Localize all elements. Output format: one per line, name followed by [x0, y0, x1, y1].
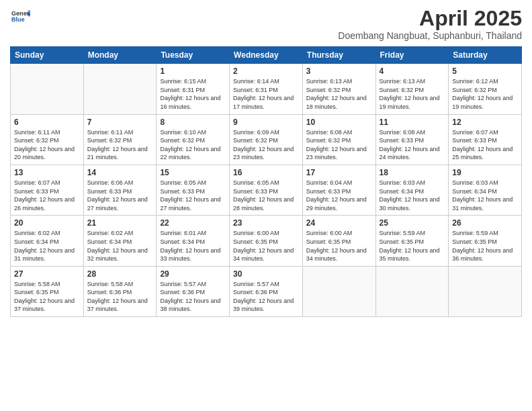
day-info: Sunrise: 6:02 AM Sunset: 6:34 PM Dayligh… — [87, 229, 153, 263]
calendar-cell-w5-d0: 27Sunrise: 5:58 AM Sunset: 6:35 PM Dayli… — [11, 266, 84, 316]
day-number: 15 — [160, 168, 226, 177]
day-info: Sunrise: 6:08 AM Sunset: 6:32 PM Dayligh… — [306, 128, 372, 162]
day-info: Sunrise: 6:15 AM Sunset: 6:31 PM Dayligh… — [160, 77, 226, 111]
calendar-cell-w2-d4: 10Sunrise: 6:08 AM Sunset: 6:32 PM Dayli… — [302, 114, 375, 165]
calendar-cell-w5-d1: 28Sunrise: 5:58 AM Sunset: 6:36 PM Dayli… — [83, 266, 157, 316]
day-number: 3 — [306, 66, 372, 76]
calendar-cell-w5-d4 — [302, 266, 375, 316]
day-number: 5 — [452, 66, 518, 76]
day-info: Sunrise: 6:05 AM Sunset: 6:33 PM Dayligh… — [233, 179, 299, 212]
day-info: Sunrise: 6:14 AM Sunset: 6:31 PM Dayligh… — [233, 77, 299, 111]
day-number: 18 — [380, 168, 445, 177]
day-info: Sunrise: 6:08 AM Sunset: 6:33 PM Dayligh… — [380, 128, 445, 162]
day-number: 11 — [380, 118, 445, 127]
week-row-3: 13Sunrise: 6:07 AM Sunset: 6:33 PM Dayli… — [11, 165, 522, 215]
day-number: 1 — [160, 66, 226, 76]
calendar-cell-w1-d0 — [11, 64, 84, 114]
day-number: 12 — [452, 118, 518, 127]
day-info: Sunrise: 6:02 AM Sunset: 6:34 PM Dayligh… — [14, 229, 80, 263]
calendar-cell-w4-d4: 24Sunrise: 6:00 AM Sunset: 6:35 PM Dayli… — [302, 216, 375, 266]
calendar-cell-w5-d2: 29Sunrise: 5:57 AM Sunset: 6:36 PM Dayli… — [157, 266, 230, 316]
header-saturday: Saturday — [449, 47, 522, 64]
calendar-cell-w5-d6 — [449, 266, 522, 316]
calendar-cell-w5-d5 — [375, 266, 449, 316]
day-info: Sunrise: 6:00 AM Sunset: 6:35 PM Dayligh… — [306, 229, 372, 263]
day-info: Sunrise: 5:59 AM Sunset: 6:35 PM Dayligh… — [380, 229, 445, 263]
title-block: April 2025 Doembang Nangbuat, Suphanburi… — [338, 7, 522, 41]
day-number: 22 — [160, 218, 226, 228]
week-row-4: 20Sunrise: 6:02 AM Sunset: 6:34 PM Dayli… — [11, 216, 522, 266]
day-info: Sunrise: 6:07 AM Sunset: 6:33 PM Dayligh… — [452, 128, 518, 162]
header-tuesday: Tuesday — [157, 47, 230, 64]
calendar-cell-w2-d2: 8Sunrise: 6:10 AM Sunset: 6:32 PM Daylig… — [157, 114, 230, 165]
day-info: Sunrise: 5:58 AM Sunset: 6:36 PM Dayligh… — [87, 280, 153, 314]
day-number: 4 — [380, 66, 445, 76]
day-info: Sunrise: 6:00 AM Sunset: 6:35 PM Dayligh… — [233, 229, 299, 263]
calendar-cell-w4-d2: 22Sunrise: 6:01 AM Sunset: 6:34 PM Dayli… — [157, 216, 230, 266]
day-number: 25 — [380, 218, 445, 228]
day-info: Sunrise: 6:11 AM Sunset: 6:32 PM Dayligh… — [14, 128, 80, 162]
day-info: Sunrise: 6:01 AM Sunset: 6:34 PM Dayligh… — [160, 229, 226, 263]
day-number: 30 — [233, 269, 299, 279]
calendar-cell-w1-d1 — [83, 64, 157, 114]
day-info: Sunrise: 5:57 AM Sunset: 6:36 PM Dayligh… — [160, 280, 226, 314]
calendar-cell-w3-d4: 17Sunrise: 6:04 AM Sunset: 6:33 PM Dayli… — [302, 165, 375, 215]
day-number: 16 — [233, 168, 299, 177]
day-info: Sunrise: 6:07 AM Sunset: 6:33 PM Dayligh… — [14, 179, 80, 212]
calendar-cell-w1-d2: 1Sunrise: 6:15 AM Sunset: 6:31 PM Daylig… — [157, 64, 230, 114]
day-info: Sunrise: 6:13 AM Sunset: 6:32 PM Dayligh… — [380, 77, 445, 111]
calendar-cell-w3-d0: 13Sunrise: 6:07 AM Sunset: 6:33 PM Dayli… — [11, 165, 84, 215]
calendar-cell-w2-d5: 11Sunrise: 6:08 AM Sunset: 6:33 PM Dayli… — [375, 114, 449, 165]
day-number: 21 — [87, 218, 153, 228]
day-number: 17 — [306, 168, 372, 177]
day-info: Sunrise: 6:13 AM Sunset: 6:32 PM Dayligh… — [306, 77, 372, 111]
calendar-cell-w2-d0: 6Sunrise: 6:11 AM Sunset: 6:32 PM Daylig… — [11, 114, 84, 165]
calendar-cell-w4-d5: 25Sunrise: 5:59 AM Sunset: 6:35 PM Dayli… — [375, 216, 449, 266]
calendar-table: Sunday Monday Tuesday Wednesday Thursday… — [10, 46, 522, 317]
calendar-cell-w1-d3: 2Sunrise: 6:14 AM Sunset: 6:31 PM Daylig… — [230, 64, 303, 114]
day-info: Sunrise: 6:09 AM Sunset: 6:32 PM Dayligh… — [233, 128, 299, 162]
header-friday: Friday — [375, 47, 449, 64]
day-number: 26 — [452, 218, 518, 228]
day-number: 23 — [233, 218, 299, 228]
day-info: Sunrise: 6:10 AM Sunset: 6:32 PM Dayligh… — [160, 128, 226, 162]
calendar-cell-w1-d5: 4Sunrise: 6:13 AM Sunset: 6:32 PM Daylig… — [375, 64, 449, 114]
day-number: 13 — [14, 168, 80, 177]
day-number: 6 — [14, 118, 80, 127]
calendar-cell-w3-d5: 18Sunrise: 6:03 AM Sunset: 6:34 PM Dayli… — [375, 165, 449, 215]
calendar-cell-w3-d6: 19Sunrise: 6:03 AM Sunset: 6:34 PM Dayli… — [449, 165, 522, 215]
day-info: Sunrise: 6:11 AM Sunset: 6:32 PM Dayligh… — [87, 128, 153, 162]
calendar-cell-w1-d4: 3Sunrise: 6:13 AM Sunset: 6:32 PM Daylig… — [302, 64, 375, 114]
svg-text:Blue: Blue — [11, 16, 25, 23]
calendar-subtitle: Doembang Nangbuat, Suphanburi, Thailand — [338, 30, 522, 41]
logo-icon: General Blue — [11, 7, 30, 26]
header-thursday: Thursday — [302, 47, 375, 64]
day-number: 2 — [233, 66, 299, 76]
day-info: Sunrise: 6:03 AM Sunset: 6:34 PM Dayligh… — [452, 179, 518, 212]
day-number: 28 — [87, 269, 153, 279]
day-number: 8 — [160, 118, 226, 127]
day-number: 29 — [160, 269, 226, 279]
day-info: Sunrise: 6:04 AM Sunset: 6:33 PM Dayligh… — [306, 179, 372, 212]
day-number: 14 — [87, 168, 153, 177]
day-info: Sunrise: 5:58 AM Sunset: 6:35 PM Dayligh… — [14, 280, 80, 314]
week-row-5: 27Sunrise: 5:58 AM Sunset: 6:35 PM Dayli… — [11, 266, 522, 316]
day-number: 9 — [233, 118, 299, 127]
calendar-cell-w2-d1: 7Sunrise: 6:11 AM Sunset: 6:32 PM Daylig… — [83, 114, 157, 165]
calendar-cell-w2-d6: 12Sunrise: 6:07 AM Sunset: 6:33 PM Dayli… — [449, 114, 522, 165]
calendar-title: April 2025 — [338, 7, 522, 30]
calendar-cell-w5-d3: 30Sunrise: 5:57 AM Sunset: 6:36 PM Dayli… — [230, 266, 303, 316]
calendar-cell-w1-d6: 5Sunrise: 6:12 AM Sunset: 6:32 PM Daylig… — [449, 64, 522, 114]
calendar-cell-w4-d6: 26Sunrise: 5:59 AM Sunset: 6:35 PM Dayli… — [449, 216, 522, 266]
day-info: Sunrise: 5:59 AM Sunset: 6:35 PM Dayligh… — [452, 229, 518, 263]
weekday-header-row: Sunday Monday Tuesday Wednesday Thursday… — [11, 47, 522, 64]
calendar-cell-w3-d1: 14Sunrise: 6:06 AM Sunset: 6:33 PM Dayli… — [83, 165, 157, 215]
day-number: 10 — [306, 118, 372, 127]
day-info: Sunrise: 6:12 AM Sunset: 6:32 PM Dayligh… — [452, 77, 518, 111]
header-sunday: Sunday — [11, 47, 84, 64]
day-number: 24 — [306, 218, 372, 228]
logo: General Blue — [10, 7, 30, 28]
calendar-cell-w3-d3: 16Sunrise: 6:05 AM Sunset: 6:33 PM Dayli… — [230, 165, 303, 215]
calendar-cell-w4-d0: 20Sunrise: 6:02 AM Sunset: 6:34 PM Dayli… — [11, 216, 84, 266]
day-number: 7 — [87, 118, 153, 127]
